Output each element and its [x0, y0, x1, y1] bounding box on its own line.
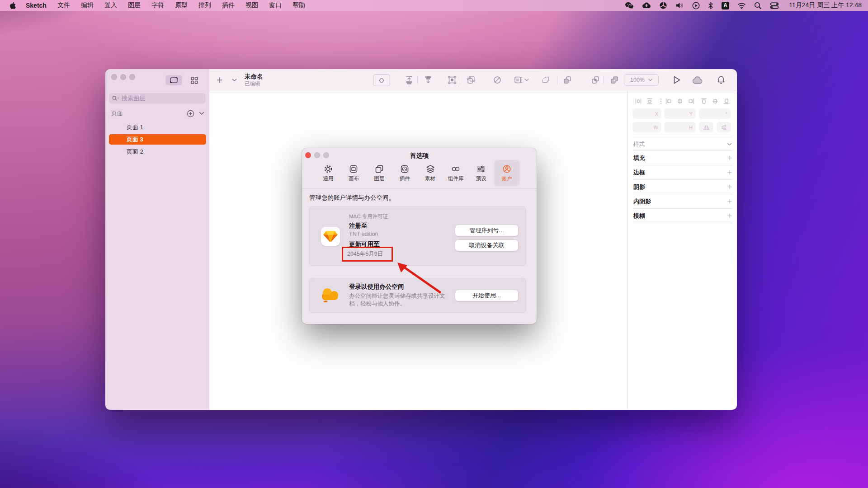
- unlink-device-button[interactable]: 取消设备关联: [455, 239, 519, 251]
- height-field-label: H: [689, 125, 693, 130]
- distribute-horizontally-icon[interactable]: [635, 98, 642, 105]
- scale-button[interactable]: [511, 69, 531, 91]
- inner-shadows-section-row[interactable]: 内阴影 +: [633, 195, 732, 208]
- menu-insert[interactable]: 置入: [99, 1, 123, 9]
- page-item-2[interactable]: 页面 2: [109, 146, 206, 157]
- add-page-icon[interactable]: [187, 110, 194, 117]
- flip-vertical-icon: [721, 124, 727, 131]
- shadows-section-row[interactable]: 阴影 +: [633, 180, 732, 194]
- components-view-toggle[interactable]: [186, 75, 203, 85]
- width-field[interactable]: W: [632, 122, 661, 132]
- control-center-icon[interactable]: [770, 2, 779, 9]
- tab-label: 图层: [374, 175, 384, 182]
- add-fill-icon[interactable]: +: [727, 154, 732, 163]
- menu-bar-clock[interactable]: 11月24日 周三 上午 12:48: [787, 1, 862, 9]
- input-method-icon[interactable]: A: [722, 2, 729, 9]
- insert-button[interactable]: +: [213, 69, 226, 91]
- tab-account-selected[interactable]: 账户: [494, 160, 519, 186]
- height-field[interactable]: H: [664, 122, 696, 132]
- boolean-intersect-button[interactable]: [588, 69, 603, 91]
- menu-file[interactable]: 文件: [52, 1, 75, 9]
- cloud-sync-button[interactable]: [689, 69, 706, 91]
- page-item-3-selected[interactable]: 页面 3: [109, 134, 206, 145]
- boolean-difference-button[interactable]: [607, 69, 622, 91]
- apple-menu[interactable]: [0, 1, 20, 9]
- layer-search-field[interactable]: [109, 93, 206, 103]
- notifications-button[interactable]: [713, 69, 729, 91]
- align-middle-vertical-icon[interactable]: [712, 98, 719, 105]
- align-top-icon[interactable]: [700, 98, 708, 105]
- menu-edit[interactable]: 编辑: [75, 1, 99, 9]
- add-border-icon[interactable]: +: [727, 168, 732, 178]
- tab-general[interactable]: 通用: [316, 160, 341, 186]
- menu-bar-status: A 11月24日 周三 上午 12:48: [625, 1, 868, 9]
- align-right-icon[interactable]: [688, 98, 695, 105]
- menu-layer[interactable]: 图层: [123, 1, 146, 9]
- volume-icon[interactable]: [675, 2, 684, 9]
- manage-serial-button[interactable]: 管理序列号...: [455, 225, 519, 236]
- mask-button[interactable]: [490, 69, 505, 91]
- cloud-app-icon[interactable]: [642, 2, 651, 9]
- bluetooth-icon[interactable]: [708, 2, 713, 9]
- play-circle-icon[interactable]: [692, 2, 700, 9]
- registered-to-value: TNT edition: [349, 231, 378, 237]
- tab-canvas[interactable]: 画布: [341, 160, 366, 186]
- group-button[interactable]: [444, 69, 460, 91]
- menu-text[interactable]: 字符: [146, 1, 170, 9]
- wifi-icon[interactable]: [737, 2, 746, 9]
- bell-icon: [717, 75, 725, 84]
- boolean-subtract-button[interactable]: [560, 69, 575, 91]
- align-center-horizontal-icon[interactable]: [676, 98, 684, 105]
- insert-component-button[interactable]: [373, 74, 390, 86]
- blur-section-row[interactable]: 模糊 +: [633, 209, 732, 223]
- style-row[interactable]: 样式: [633, 138, 732, 150]
- window-minimize-button[interactable]: [120, 74, 126, 80]
- add-inner-shadow-icon[interactable]: +: [727, 197, 732, 206]
- tab-plugins[interactable]: 插件: [392, 160, 417, 186]
- page-item-1[interactable]: 页面 1: [109, 122, 206, 132]
- tab-layers[interactable]: 图层: [367, 160, 392, 186]
- collapse-pages-icon[interactable]: [199, 112, 204, 115]
- align-left-icon[interactable]: [665, 98, 672, 105]
- canvas-view-toggle[interactable]: [165, 75, 182, 85]
- x-position-field[interactable]: X: [632, 108, 661, 119]
- flip-vertical-button[interactable]: [717, 122, 731, 132]
- add-blur-icon[interactable]: +: [727, 211, 732, 221]
- more-options-icon[interactable]: [657, 98, 665, 105]
- workspace-cloud-icon: [320, 287, 341, 304]
- rotation-field[interactable]: °: [699, 108, 731, 119]
- tab-assets[interactable]: 素材: [418, 160, 443, 186]
- align-bottom-icon[interactable]: [723, 98, 730, 105]
- preview-button[interactable]: [669, 69, 685, 91]
- menu-prototype[interactable]: 原型: [170, 1, 193, 9]
- search-input[interactable]: [122, 95, 194, 102]
- send-backward-button[interactable]: [420, 69, 436, 91]
- tab-libraries[interactable]: 组件库: [443, 160, 468, 186]
- bring-forward-button[interactable]: [401, 69, 417, 91]
- menu-window[interactable]: 窗口: [264, 1, 287, 9]
- zoom-level-dropdown[interactable]: 100%: [624, 74, 659, 86]
- boolean-union-button[interactable]: [538, 69, 553, 91]
- ungroup-button[interactable]: [463, 69, 479, 91]
- y-position-field[interactable]: Y: [664, 108, 696, 119]
- window-close-button[interactable]: [111, 74, 117, 80]
- get-started-button[interactable]: 开始使用...: [455, 290, 519, 301]
- inspector-panel: X Y ° W H 样式 填充 + 边框 + 阴影 +: [627, 91, 737, 410]
- borders-section-row[interactable]: 边框 +: [633, 166, 732, 179]
- add-shadow-icon[interactable]: +: [727, 183, 732, 192]
- flip-horizontal-button[interactable]: [699, 122, 713, 132]
- menu-help[interactable]: 帮助: [287, 1, 311, 9]
- window-zoom-button[interactable]: [129, 74, 135, 80]
- spotlight-search-icon[interactable]: [754, 2, 762, 9]
- tab-presets[interactable]: 预设: [468, 160, 494, 186]
- insert-chevron-icon[interactable]: [232, 69, 237, 91]
- distribute-vertically-icon[interactable]: [646, 98, 653, 105]
- pinwheel-icon[interactable]: [659, 1, 667, 9]
- menu-plugins[interactable]: 插件: [217, 1, 240, 9]
- fills-section-row[interactable]: 填充 +: [633, 151, 732, 165]
- menu-view[interactable]: 视图: [240, 1, 264, 9]
- style-chevron-icon[interactable]: [727, 143, 732, 146]
- wechat-icon[interactable]: [625, 2, 634, 9]
- menu-app-name[interactable]: Sketch: [20, 2, 52, 9]
- menu-arrange[interactable]: 排列: [193, 1, 217, 9]
